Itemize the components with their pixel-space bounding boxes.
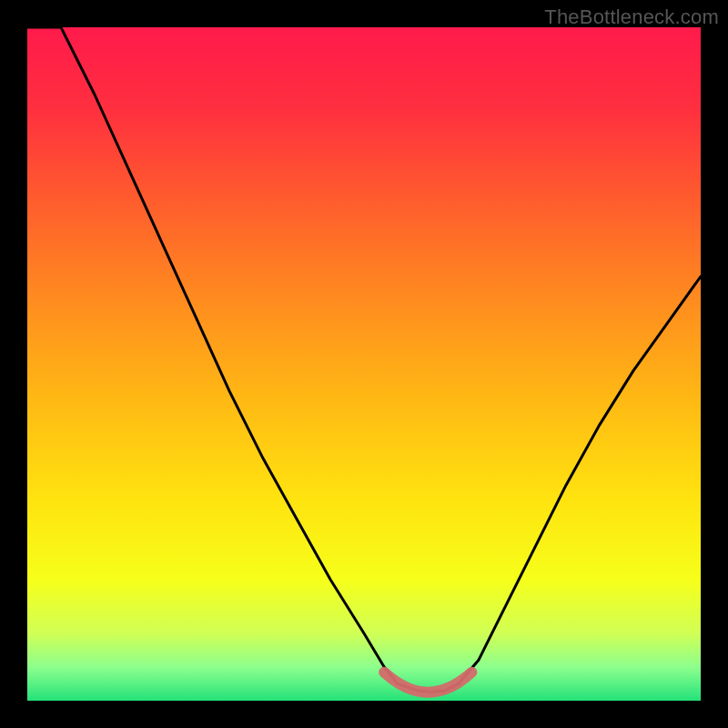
chart-frame: TheBottleneck.com	[0, 0, 728, 728]
plot-svg	[27, 27, 701, 701]
plot-area	[27, 27, 701, 701]
watermark-text: TheBottleneck.com	[544, 5, 719, 29]
gradient-background	[27, 27, 701, 701]
